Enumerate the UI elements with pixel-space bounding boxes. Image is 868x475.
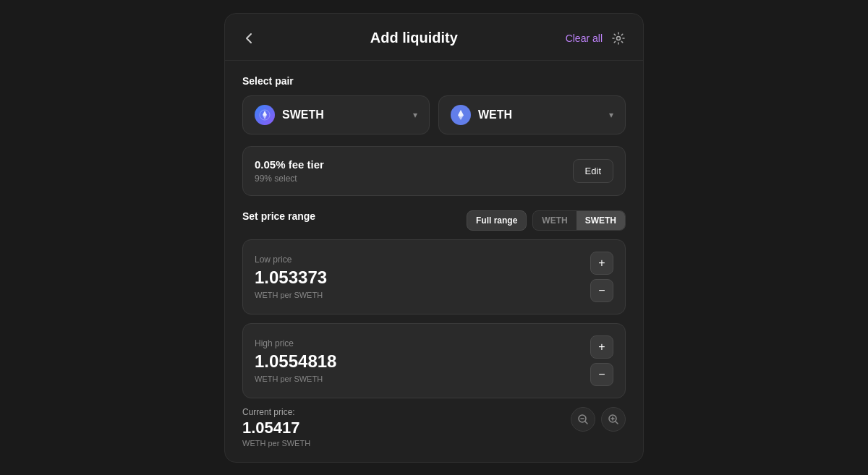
svg-point-0	[617, 36, 621, 40]
zoom-controls	[571, 407, 626, 432]
token1-select[interactable]: SWETH ▾	[242, 95, 430, 134]
token1-name: SWETH	[282, 108, 324, 121]
price-range-header: Set price range Full range WETH SWETH	[242, 210, 626, 231]
fee-tier-box: 0.05% fee tier 99% select Edit	[242, 146, 626, 196]
modal-body: Select pair SWETH ▾	[225, 61, 643, 462]
modal-header: Add liquidity Clear all	[225, 14, 643, 61]
low-price-increment-button[interactable]: +	[590, 252, 613, 275]
select-pair-label: Select pair	[242, 75, 626, 87]
low-price-unit: WETH per SWETH	[255, 291, 327, 299]
sweth-icon	[255, 105, 275, 125]
edit-fee-button[interactable]: Edit	[573, 159, 613, 183]
low-price-stepper: + −	[590, 252, 613, 302]
current-price-value: 1.05417	[242, 419, 310, 437]
toggle-sweth-button[interactable]: SWETH	[576, 211, 625, 230]
high-price-label: High price	[255, 338, 336, 348]
low-price-label: Low price	[255, 254, 327, 265]
zoom-out-button[interactable]	[571, 407, 595, 432]
settings-button[interactable]	[611, 31, 626, 46]
page-title: Add liquidity	[263, 30, 566, 46]
add-liquidity-modal: Add liquidity Clear all Select pair	[224, 13, 644, 463]
header-actions: Clear all	[566, 31, 626, 46]
fee-tier-value: 0.05% fee tier	[255, 158, 324, 171]
back-button[interactable]	[242, 28, 263, 48]
high-price-stepper: + −	[590, 335, 613, 386]
weth-icon	[451, 105, 471, 125]
price-range-label: Set price range	[242, 210, 315, 222]
pair-selectors: SWETH ▾ WETH ▾	[242, 95, 626, 134]
zoom-in-icon	[608, 414, 619, 425]
price-range-controls: Full range WETH SWETH	[467, 210, 626, 231]
current-price-unit: WETH per SWETH	[242, 439, 310, 448]
high-price-increment-button[interactable]: +	[590, 335, 613, 359]
token2-select[interactable]: WETH ▾	[438, 95, 626, 134]
zoom-out-icon	[577, 414, 589, 425]
token-toggle: WETH SWETH	[532, 210, 626, 231]
high-price-unit: WETH per SWETH	[255, 375, 336, 383]
current-price-section: Current price: 1.05417 WETH per SWETH	[242, 407, 626, 448]
token2-chevron-icon: ▾	[609, 110, 613, 120]
full-range-button[interactable]: Full range	[467, 210, 527, 231]
clear-all-button[interactable]: Clear all	[566, 33, 603, 44]
current-price-label: Current price:	[242, 407, 310, 417]
high-price-decrement-button[interactable]: −	[590, 363, 613, 386]
high-price-value: 1.0554818	[255, 351, 336, 372]
low-price-decrement-button[interactable]: −	[590, 279, 613, 302]
zoom-in-button[interactable]	[601, 407, 626, 432]
settings-icon	[611, 31, 626, 46]
token1-chevron-icon: ▾	[413, 110, 417, 120]
high-price-box: High price 1.0554818 WETH per SWETH + −	[242, 323, 626, 398]
fee-tier-select-label: 99% select	[255, 174, 324, 184]
low-price-box: Low price 1.053373 WETH per SWETH + −	[242, 239, 626, 314]
toggle-weth-button[interactable]: WETH	[533, 211, 576, 230]
back-icon	[242, 31, 257, 46]
token2-name: WETH	[478, 108, 512, 121]
low-price-value: 1.053373	[255, 268, 327, 288]
